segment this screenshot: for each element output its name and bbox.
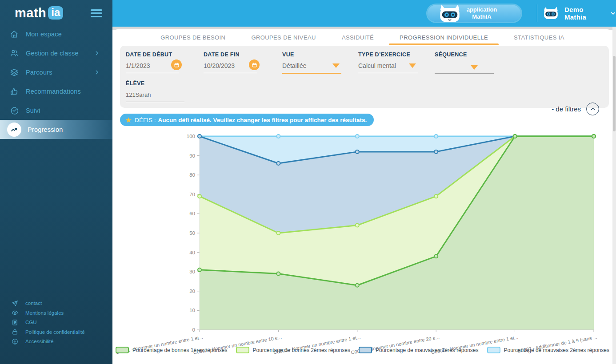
svg-text:90: 90 [189, 153, 195, 158]
tab-statistiques-ia[interactable]: STATISTIQUES IA [514, 34, 564, 41]
main-content-card: GROUPES DE BESOIN GROUPES DE NIVEAU ASSI… [112, 29, 612, 364]
legend-item-bonnes-2emes: Pourcentage de bonnes 2èmes réponses [236, 347, 351, 353]
topbar: application MathIA Demo Mathia [112, 0, 616, 27]
calendar-icon[interactable] [249, 59, 260, 70]
svg-text:100: 100 [187, 134, 195, 139]
legend-swatch-blue-light [487, 347, 500, 353]
check-circle-icon [10, 106, 19, 115]
footer-link-label: contact [25, 301, 42, 306]
legend-label: Pourcentage de mauvaises 1ères réponses [376, 347, 478, 353]
footer-link-confidentialite[interactable]: Politique de confidentialité [0, 327, 112, 337]
vue-value: Détaillée [282, 62, 306, 69]
dropdown-arrow-icon[interactable] [409, 63, 416, 68]
sidebar-item-parcours[interactable]: Parcours [0, 63, 112, 82]
svg-text:80: 80 [189, 172, 195, 178]
svg-text:0: 0 [192, 327, 195, 332]
sidebar-item-label: Recommandations [26, 88, 81, 95]
footer-link-contact[interactable]: contact [0, 299, 112, 309]
chart-legend: Pourcentage de bonnes 1ères réponses Pou… [112, 347, 612, 353]
tab-assiduite[interactable]: ASSIDUITÉ [342, 34, 374, 41]
footer-link-label: Mentions légales [25, 310, 64, 316]
legend-swatch-blue-dark [359, 347, 372, 353]
sidebar: math ia Mon espace Gestion de classe Par… [0, 0, 112, 364]
chevron-up-icon [590, 106, 596, 112]
svg-text:30: 30 [189, 269, 195, 274]
filter-label: SÉQUENCE [435, 51, 494, 58]
defis-prefix: DÉFIS : [135, 117, 156, 123]
tab-progression-individuelle[interactable]: PROGRESSION INDIVIDUELLE [400, 34, 488, 41]
filter-label: ÉLÈVE [126, 80, 184, 87]
filter-date-fin: DATE DE FIN 10/20/2023 [204, 51, 257, 73]
footer-link-label: Politique de confidentialité [25, 329, 85, 335]
sidebar-item-progression[interactable]: Progression [0, 120, 112, 139]
svg-text:20: 20 [189, 289, 195, 294]
scrollbar-track[interactable] [612, 27, 616, 364]
sidebar-item-recommandations[interactable]: Recommandations [0, 82, 112, 101]
svg-text:60: 60 [189, 211, 195, 216]
filter-eleve: ÉLÈVE 121Sarah [126, 80, 184, 102]
less-filters-button[interactable]: - de filtres [552, 103, 599, 115]
application-mathia-button[interactable]: application MathIA [428, 5, 521, 22]
user-name: Demo Mathia [564, 6, 604, 21]
filter-sequence: SÉQUENCE [435, 51, 494, 74]
calendar-icon[interactable] [171, 59, 182, 70]
chevron-down-icon[interactable] [610, 10, 616, 16]
sidebar-item-suivi[interactable]: Suivi [0, 101, 112, 120]
svg-text:70: 70 [189, 192, 195, 197]
dropdown-arrow-icon[interactable] [471, 65, 478, 70]
user-menu[interactable]: Demo Mathia [543, 0, 616, 27]
date-fin-value: 10/20/2023 [204, 62, 235, 69]
filter-date-debut: DATE DE DÉBUT 1/1/2023 [126, 51, 179, 73]
trend-icon [7, 123, 21, 137]
eleve-input[interactable]: 121Sarah [126, 91, 184, 102]
footer-link-mentions-legales[interactable]: Mentions légales [0, 308, 112, 318]
chevron-right-icon [94, 69, 100, 75]
sidebar-item-mon-espace[interactable]: Mon espace [0, 24, 112, 44]
vue-select[interactable]: Détaillée [282, 62, 341, 74]
user-avatar-robot-icon [543, 6, 559, 21]
tab-groupes-de-besoin[interactable]: GROUPES DE BESOIN [160, 34, 225, 41]
legend-item-bonnes-1eres: Pourcentage de bonnes 1ères réponses [116, 347, 228, 353]
footer-link-label: Accessibilité [25, 339, 53, 344]
logo-text: math [15, 6, 46, 20]
logo-badge: ia [48, 6, 63, 20]
sidebar-item-gestion-de-classe[interactable]: Gestion de classe [0, 44, 112, 63]
paper-plane-icon [12, 300, 18, 307]
filter-vue: VUE Détaillée [282, 51, 341, 74]
sidebar-item-label: Parcours [26, 69, 52, 76]
filter-label: VUE [282, 51, 341, 58]
sidebar-nav: Mon espace Gestion de classe Parcours Re… [0, 24, 112, 139]
scrollbar-thumb[interactable] [613, 56, 616, 131]
tab-groupes-de-niveau[interactable]: GROUPES DE NIVEAU [251, 34, 316, 41]
date-debut-input[interactable]: 1/1/2023 [126, 62, 179, 73]
type-exercice-select[interactable]: Calcul mental [358, 62, 418, 73]
users-icon [10, 49, 19, 58]
svg-text:40: 40 [189, 250, 195, 255]
sidebar-item-label: Mon espace [26, 31, 62, 38]
sidebar-footer: contact Mentions légales CGU Politique d… [0, 299, 112, 347]
hamburger-menu-icon[interactable] [91, 9, 102, 17]
progression-chart: 0102030405060708090100C0001 - Nommer un … [114, 130, 612, 345]
collapse-filters-button[interactable] [586, 103, 599, 115]
date-debut-value: 1/1/2023 [126, 62, 150, 69]
chevron-right-icon [94, 50, 100, 56]
footer-link-accessibilite[interactable]: Accessibilité [0, 337, 112, 347]
dropdown-arrow-icon[interactable] [332, 63, 340, 68]
legend-swatch-green-light [236, 347, 249, 353]
layers-icon [10, 68, 19, 77]
type-exercice-value: Calcul mental [358, 62, 396, 69]
legend-item-mauvaises-1eres: Pourcentage de mauvaises 1ères réponses [359, 347, 478, 353]
date-fin-input[interactable]: 10/20/2023 [204, 62, 257, 73]
filter-label: DATE DE DÉBUT [126, 51, 179, 58]
legend-item-mauvaises-2emes: Pourcentage de mauvaises 2èmes réponses [487, 347, 609, 353]
sidebar-item-label: Progression [28, 126, 63, 133]
tab-bar: GROUPES DE BESOIN GROUPES DE NIVEAU ASSI… [112, 29, 612, 46]
footer-link-cgu[interactable]: CGU [0, 318, 112, 328]
star-icon: ★ [125, 116, 132, 124]
defis-message: Aucun défi réalisé. Veuillez changer les… [158, 117, 367, 123]
sequence-select[interactable] [435, 62, 494, 74]
eye-icon [12, 309, 18, 316]
sidebar-item-label: Gestion de classe [26, 50, 79, 57]
mathia-dashboard: math ia Mon espace Gestion de classe Par… [0, 0, 616, 364]
topbar-divider [537, 4, 537, 22]
